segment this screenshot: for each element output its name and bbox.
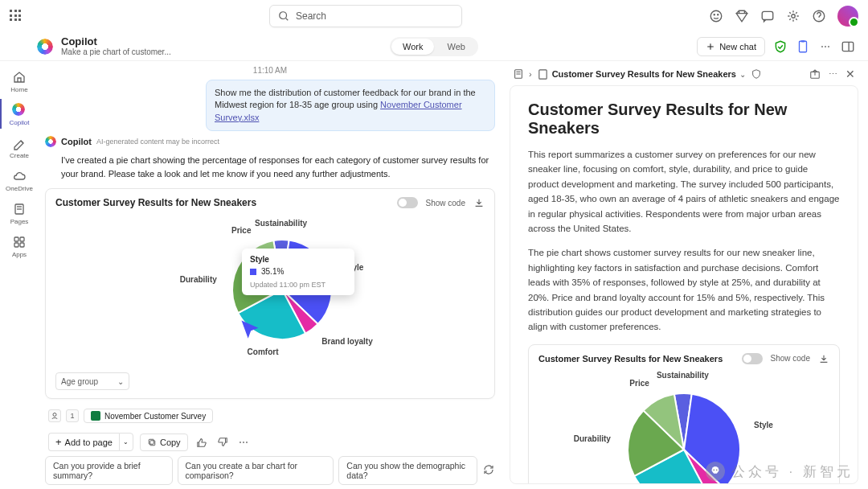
svg-point-2 (710, 10, 722, 22)
svg-text:Price: Price (629, 379, 649, 388)
copilot-logo (37, 39, 53, 55)
svg-text:Style: Style (754, 420, 773, 429)
svg-text:Sustainability: Sustainability (255, 219, 307, 228)
more-dots-icon[interactable]: ⋯ (829, 69, 837, 80)
shield-check-icon[interactable] (773, 39, 788, 54)
chart-tooltip: Style 35.1% Updated 11:00 pm EST (242, 249, 354, 295)
svg-point-25 (53, 413, 56, 417)
show-code-label: Show code (426, 199, 465, 208)
chevron-right-icon: › (529, 69, 532, 79)
svg-point-4 (718, 14, 719, 15)
page-icon (537, 68, 549, 80)
rail-home[interactable]: Home (0, 66, 37, 96)
clipboard-icon[interactable] (796, 39, 810, 54)
suggestion-1[interactable]: Can you provide a brief summary? (45, 456, 173, 485)
search-icon (278, 10, 289, 22)
excel-icon (91, 411, 100, 421)
thumbs-up-button[interactable] (194, 435, 209, 450)
copy-button[interactable]: Copy (140, 434, 188, 451)
suggestion-3[interactable]: Can you show the demographic data? (338, 456, 477, 485)
rail-pages[interactable]: Pages (0, 198, 37, 228)
chevron-down-icon: ⌄ (739, 70, 746, 79)
chart-card: Customer Survey Results for New Sneakers… (45, 188, 495, 399)
svg-text:Comfort: Comfort (248, 347, 280, 356)
svg-rect-17 (14, 243, 18, 247)
rail-create[interactable]: Create (0, 132, 37, 162)
download-icon[interactable] (473, 197, 485, 208)
svg-rect-27 (149, 439, 154, 444)
svg-rect-33 (538, 69, 546, 78)
svg-point-6 (792, 14, 796, 18)
age-group-select[interactable]: Age group ⌄ (55, 372, 129, 390)
search-placeholder: Search (296, 10, 326, 22)
breadcrumb[interactable]: Customer Survey Results for New Sneakers… (537, 68, 746, 80)
help-icon[interactable] (812, 9, 826, 23)
side-download-icon[interactable] (818, 353, 829, 364)
emoji-icon[interactable] (709, 9, 723, 23)
bot-name: Copilot (61, 137, 92, 146)
reference-chip[interactable]: November Customer Survey (84, 409, 213, 423)
svg-point-0 (280, 12, 287, 19)
rail-onedrive[interactable]: OneDrive (0, 165, 37, 195)
svg-text:Sustainability: Sustainability (657, 370, 709, 379)
chat-bubble-icon[interactable] (760, 9, 775, 23)
message-timestamp: 11:10 AM (45, 66, 495, 75)
svg-rect-9 (801, 40, 805, 42)
share-icon[interactable] (809, 68, 821, 80)
left-nav-rail: Home Copilot Create OneDrive Pages Apps (0, 61, 37, 489)
search-input[interactable]: Search (269, 5, 462, 27)
plus-icon (706, 42, 715, 51)
svg-text:Durability: Durability (180, 275, 218, 284)
svg-rect-15 (14, 237, 18, 241)
add-to-page-caret[interactable]: ⌄ (119, 433, 133, 451)
side-show-code-label: Show code (771, 354, 810, 363)
more-actions-button[interactable]: ⋯ (236, 435, 251, 450)
reference-user-icon[interactable] (48, 409, 61, 422)
tab-web[interactable]: Web (436, 39, 476, 55)
show-code-toggle[interactable] (397, 197, 418, 208)
copilot-avatar (45, 136, 56, 147)
side-chart-card: Customer Survey Results for New Sneakers… (528, 344, 840, 484)
pages-icon[interactable] (513, 68, 524, 80)
ai-disclaimer: AI-generated content may be incorrect (96, 138, 219, 146)
chevron-down-icon: ⌄ (117, 377, 124, 386)
chart-title: Customer Survey Results for New Sneakers (55, 197, 256, 208)
suggestion-2[interactable]: Can you create a bar chart for compariso… (178, 456, 334, 485)
rail-copilot[interactable]: Copilot (0, 99, 37, 129)
side-panel-header: › Customer Survey Results for New Sneake… (510, 66, 858, 85)
svg-rect-26 (150, 440, 155, 445)
chat-subtitle: Make a pie chart of customer... (61, 47, 171, 56)
page-paragraph-2: The pie chart shows customer survey resu… (528, 245, 840, 334)
app-launcher-icon[interactable] (10, 10, 23, 23)
settings-gear-icon[interactable] (786, 9, 800, 23)
chat-title: Copilot (61, 36, 171, 47)
side-panel-body: Customer Survey Results for New Sneakers… (510, 85, 858, 484)
side-show-code-toggle[interactable] (742, 353, 763, 364)
scope-tabs: Work Web (390, 37, 478, 56)
thumbs-down-button[interactable] (215, 435, 230, 450)
new-chat-button[interactable]: New chat (697, 37, 765, 56)
user-message: Show me the distribution of customer fee… (206, 80, 495, 131)
svg-rect-16 (20, 237, 24, 241)
svg-rect-5 (762, 11, 773, 19)
svg-line-1 (286, 18, 289, 21)
shield-icon[interactable] (751, 68, 762, 80)
add-to-page-button[interactable]: + Add to page (48, 433, 119, 451)
copy-icon (147, 438, 157, 447)
more-dots-icon[interactable]: ⋯ (818, 39, 833, 54)
tab-work[interactable]: Work (391, 39, 434, 55)
bot-reply: I've created a pie chart showing the per… (45, 152, 495, 183)
side-chart-title: Customer Survey Results for New Sneakers (538, 354, 723, 364)
page-paragraph-1: This report summarizes a customer survey… (528, 147, 840, 236)
diamond-icon[interactable] (735, 9, 749, 23)
svg-rect-8 (799, 41, 806, 52)
close-panel-button[interactable]: ✕ (845, 68, 855, 80)
user-avatar[interactable] (837, 6, 858, 27)
svg-text:Durability: Durability (574, 434, 612, 443)
reference-count: 1 (66, 409, 79, 422)
panel-toggle-icon[interactable] (841, 39, 855, 54)
reference-row: 1 November Customer Survey (48, 409, 495, 423)
refresh-suggestions-icon[interactable] (482, 463, 495, 478)
cursor-icon (239, 318, 261, 340)
rail-apps[interactable]: Apps (0, 231, 37, 261)
